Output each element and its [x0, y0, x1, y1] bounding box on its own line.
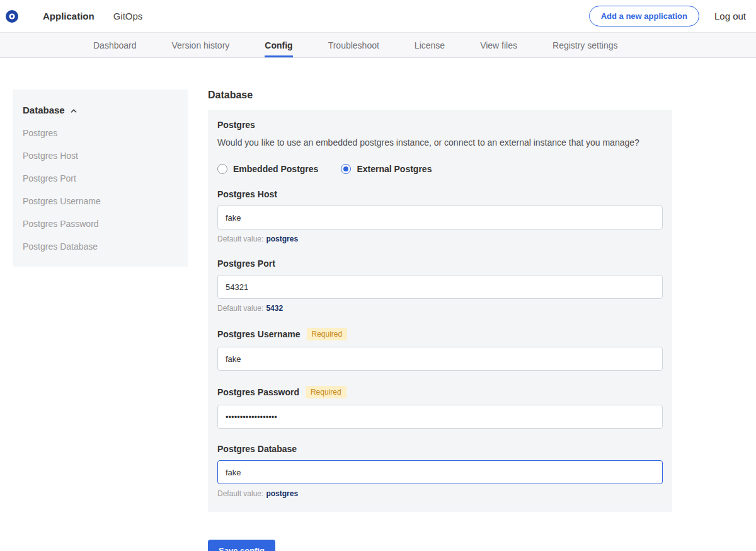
- save-config-button[interactable]: Save config: [208, 540, 275, 551]
- chevron-up-icon: [70, 105, 77, 115]
- sidebar-item-postgres[interactable]: Postgres: [23, 128, 178, 138]
- sidebar-group-database[interactable]: Database: [23, 105, 178, 115]
- default-prefix: Default value:: [217, 489, 263, 498]
- default-prefix: Default value:: [217, 304, 263, 313]
- subnav-tab-troubleshoot[interactable]: Troubleshoot: [328, 33, 379, 57]
- database-config-group: Postgres Would you like to use an embedd…: [208, 110, 672, 512]
- topbar: Application GitOps Add a new application…: [0, 0, 756, 33]
- postgres-host-input[interactable]: [217, 206, 663, 229]
- postgres-port-label: Postgres Port: [217, 258, 275, 269]
- radio-unchecked-icon: [217, 164, 227, 174]
- sidebar-group-label: Database: [23, 105, 65, 115]
- radio-embedded-postgres[interactable]: Embedded Postgres: [217, 164, 318, 174]
- top-navigation: Application GitOps: [43, 7, 142, 25]
- postgres-port-input[interactable]: [217, 275, 663, 299]
- radio-checked-icon: [341, 164, 351, 174]
- tab-application[interactable]: Application: [43, 7, 94, 25]
- app-subnav: Dashboard Version history Config Trouble…: [0, 33, 756, 58]
- sidebar-item-list: Postgres Postgres Host Postgres Port Pos…: [23, 128, 178, 252]
- config-page: Database Postgres Postgres Host Postgres…: [0, 58, 756, 551]
- subnav-tab-dashboard[interactable]: Dashboard: [93, 33, 137, 57]
- group-help-text: Would you like to use an embedded postgr…: [217, 136, 663, 149]
- field-label-postgres-port: Postgres Port: [217, 258, 663, 269]
- required-badge: Required: [307, 328, 348, 340]
- default-value: 5432: [266, 304, 283, 313]
- sidebar-item-postgres-host[interactable]: Postgres Host: [23, 151, 178, 161]
- postgres-password-label: Postgres Password: [217, 387, 299, 397]
- topbar-right: Add a new application Log out: [589, 6, 746, 26]
- sidebar-item-postgres-username[interactable]: Postgres Username: [23, 196, 178, 206]
- default-value: postgres: [266, 489, 298, 498]
- radio-external-label: External Postgres: [357, 164, 432, 174]
- postgres-port-default: Default value:5432: [217, 304, 663, 313]
- radio-embedded-label: Embedded Postgres: [233, 164, 318, 174]
- sidebar-item-postgres-password[interactable]: Postgres Password: [23, 219, 178, 229]
- field-label-postgres-password: Postgres Password Required: [217, 386, 663, 398]
- field-label-postgres-username: Postgres Username Required: [217, 328, 663, 340]
- logout-link[interactable]: Log out: [714, 11, 746, 21]
- default-prefix: Default value:: [217, 235, 263, 243]
- postgres-database-input[interactable]: [217, 460, 663, 484]
- postgres-username-input[interactable]: [217, 347, 663, 371]
- postgres-database-label: Postgres Database: [217, 444, 297, 454]
- tab-gitops[interactable]: GitOps: [113, 7, 143, 25]
- subnav-tab-license[interactable]: License: [415, 33, 445, 57]
- field-label-postgres-host: Postgres Host: [217, 189, 663, 199]
- postgres-database-default: Default value:postgres: [217, 489, 663, 498]
- sidebar-item-postgres-database[interactable]: Postgres Database: [23, 241, 178, 252]
- subnav-tab-config[interactable]: Config: [265, 33, 292, 57]
- config-sidebar: Database Postgres Postgres Host Postgres…: [13, 90, 188, 267]
- config-form: Database Postgres Would you like to use …: [208, 90, 672, 551]
- postgres-password-input[interactable]: [217, 405, 663, 429]
- sidebar-item-postgres-port[interactable]: Postgres Port: [23, 173, 178, 183]
- postgres-username-label: Postgres Username: [217, 329, 301, 339]
- default-value: postgres: [266, 235, 298, 243]
- required-badge: Required: [306, 386, 346, 398]
- subnav-tab-view-files[interactable]: View files: [480, 33, 517, 57]
- field-label-postgres-database: Postgres Database: [217, 444, 663, 454]
- subnav-tab-registry-settings[interactable]: Registry settings: [553, 33, 617, 57]
- group-name-postgres: Postgres: [217, 120, 663, 130]
- app-logo-icon: [5, 9, 19, 23]
- postgres-host-label: Postgres Host: [217, 189, 277, 199]
- postgres-mode-radio-group: Embedded Postgres External Postgres: [217, 164, 663, 174]
- add-application-button[interactable]: Add a new application: [589, 6, 699, 26]
- subnav-tab-version-history[interactable]: Version history: [172, 33, 230, 57]
- section-title-database: Database: [208, 90, 672, 101]
- postgres-host-default: Default value:postgres: [217, 235, 663, 243]
- radio-external-postgres[interactable]: External Postgres: [341, 164, 432, 174]
